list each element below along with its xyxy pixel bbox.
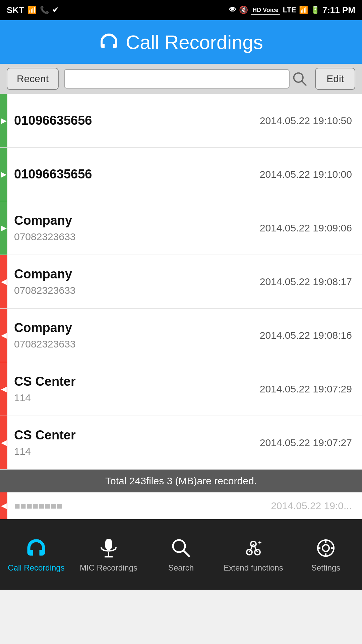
toolbar: Recent Edit — [0, 64, 362, 94]
contact-number: 114 — [14, 446, 76, 457]
status-bar: SKT 📶 📞 ✔ 👁 🔇 HD Voice LTE 📶 🔋 7:11 PM — [0, 0, 362, 20]
list-item-content: ■■■■■■■■ 2014.05.22 19:0... — [7, 492, 362, 519]
call-direction-indicator — [0, 416, 7, 469]
nav-extend-functions[interactable]: + Extend functions — [217, 519, 290, 590]
eye-icon: 👁 — [229, 6, 236, 14]
list-item[interactable]: Company 07082323633 2014.05.22 19:08:16 — [0, 309, 362, 362]
list-item-content: Company 07082323633 2014.05.22 19:08:16 — [7, 309, 362, 362]
nav-call-recordings-label: Call Recordings — [8, 563, 64, 573]
lte-badge: LTE — [283, 6, 296, 14]
list-item-content: Company 07082323633 2014.05.22 19:09:06 — [7, 201, 362, 255]
status-right: 👁 🔇 HD Voice LTE 📶 🔋 7:11 PM — [229, 5, 355, 15]
item-info: ■■■■■■■■ — [14, 500, 63, 512]
call-timestamp: 2014.05.22 19:0... — [271, 500, 352, 512]
call-timestamp: 2014.05.22 19:08:16 — [260, 330, 352, 341]
band-icon: 📶 — [27, 6, 37, 14]
mic-nav-icon — [97, 536, 120, 560]
svg-line-6 — [183, 550, 190, 557]
outgoing-arrow-icon — [1, 170, 7, 179]
list-item[interactable]: 01096635656 2014.05.22 19:10:00 — [0, 148, 362, 201]
list-item[interactable]: Company 07082323633 2014.05.22 19:08:17 — [0, 255, 362, 309]
search-input[interactable] — [64, 69, 290, 89]
svg-text:+: + — [258, 539, 262, 546]
status-left: SKT 📶 📞 ✔ — [7, 5, 58, 15]
list-item-content: CS Center 114 2014.05.22 19:07:29 — [7, 362, 362, 416]
nav-mic-recordings[interactable]: MIC Recordings — [72, 519, 145, 590]
call-direction-indicator — [0, 255, 7, 308]
call-timestamp: 2014.05.22 19:07:27 — [260, 437, 352, 448]
incoming-arrow-icon — [1, 277, 7, 286]
list-item-content: CS Center 114 2014.05.22 19:07:27 — [7, 416, 362, 469]
svg-point-0 — [294, 73, 303, 83]
incoming-arrow-icon — [1, 501, 7, 510]
call-timestamp: 2014.05.22 19:10:00 — [260, 169, 352, 180]
headphone-icon — [99, 32, 119, 52]
headphone-nav-icon — [24, 536, 48, 560]
call-timestamp: 2014.05.22 19:10:50 — [260, 115, 352, 126]
nav-mic-recordings-label: MIC Recordings — [80, 563, 137, 573]
battery-icon: 🔋 — [311, 6, 320, 14]
signal-icon: 📶 — [299, 6, 308, 14]
contact-name: ■■■■■■■■ — [14, 500, 63, 512]
check-icon: ✔ — [52, 6, 58, 14]
contact-number: 07082323633 — [14, 231, 76, 243]
incoming-arrow-icon — [1, 331, 7, 340]
contact-name: 01096635656 — [14, 113, 92, 128]
list-item-content: 01096635656 2014.05.22 19:10:00 — [7, 148, 362, 201]
call-timestamp: 2014.05.22 19:08:17 — [260, 276, 352, 287]
contact-name: 01096635656 — [14, 167, 92, 181]
carrier-label: SKT — [7, 5, 24, 15]
time-label: 7:11 PM — [322, 5, 355, 15]
contact-number: 114 — [14, 392, 76, 404]
svg-point-5 — [173, 540, 185, 552]
item-info: Company 07082323633 — [14, 213, 76, 243]
contact-name: Company — [14, 213, 76, 228]
item-info: CS Center 114 — [14, 374, 76, 404]
nav-search[interactable]: Search — [145, 519, 217, 590]
list-item[interactable]: CS Center 114 2014.05.22 19:07:27 — [0, 416, 362, 470]
nav-settings[interactable]: Settings — [290, 519, 362, 590]
search-icon-button[interactable] — [290, 69, 310, 89]
call-direction-indicator — [0, 201, 7, 255]
edit-button[interactable]: Edit — [315, 68, 355, 90]
nav-search-label: Search — [168, 563, 194, 573]
extend-nav-icon: + — [242, 536, 265, 560]
svg-rect-2 — [105, 539, 112, 550]
list-item[interactable]: Company 07082323633 2014.05.22 19:09:06 — [0, 201, 362, 255]
contact-name: CS Center — [14, 374, 76, 389]
contact-name: Company — [14, 321, 76, 335]
hd-badge: HD Voice — [251, 6, 280, 15]
list-item-content: Company 07082323633 2014.05.22 19:08:17 — [7, 255, 362, 308]
call-direction-indicator — [0, 309, 7, 362]
svg-point-14 — [322, 545, 329, 551]
call-direction-indicator — [0, 362, 7, 416]
app-header: Call Recordings — [0, 20, 362, 64]
page-title: Call Recordings — [126, 31, 263, 53]
item-info: 01096635656 — [14, 113, 92, 128]
bottom-navigation: Call Recordings MIC Recordings Search — [0, 519, 362, 590]
nav-call-recordings[interactable]: Call Recordings — [0, 519, 72, 590]
svg-line-1 — [302, 81, 307, 86]
incoming-arrow-icon — [1, 385, 7, 393]
call-direction-indicator — [0, 148, 7, 201]
nav-extend-functions-label: Extend functions — [224, 563, 283, 573]
list-item[interactable]: CS Center 114 2014.05.22 19:07:29 — [0, 362, 362, 416]
item-info: Company 07082323633 — [14, 267, 76, 296]
contact-number: 07082323633 — [14, 285, 76, 296]
recordings-count-label: Total 243files 3 (MB)are recorded. — [105, 475, 257, 487]
mute-icon: 🔇 — [239, 6, 248, 14]
recent-button[interactable]: Recent — [7, 68, 59, 90]
call-icon: 📞 — [40, 6, 49, 14]
list-item[interactable]: 01096635656 2014.05.22 19:10:50 — [0, 94, 362, 148]
incoming-arrow-icon — [1, 438, 7, 447]
call-timestamp: 2014.05.22 19:09:06 — [260, 222, 352, 234]
item-info: Company 07082323633 — [14, 321, 76, 350]
call-direction-indicator — [0, 94, 7, 147]
search-nav-icon — [169, 536, 193, 560]
item-info: 01096635656 — [14, 167, 92, 181]
recordings-list: 01096635656 2014.05.22 19:10:50 01096635… — [0, 94, 362, 470]
contact-name: Company — [14, 267, 76, 281]
list-item-partial: ■■■■■■■■ 2014.05.22 19:0... — [0, 492, 362, 519]
call-direction-indicator — [0, 492, 7, 519]
call-timestamp: 2014.05.22 19:07:29 — [260, 383, 352, 395]
